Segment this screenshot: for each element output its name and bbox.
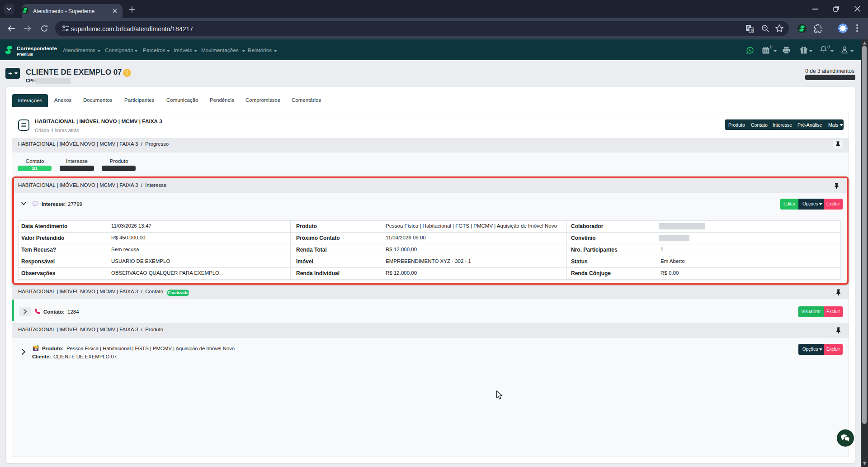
svg-text:文: 文 (750, 29, 754, 33)
